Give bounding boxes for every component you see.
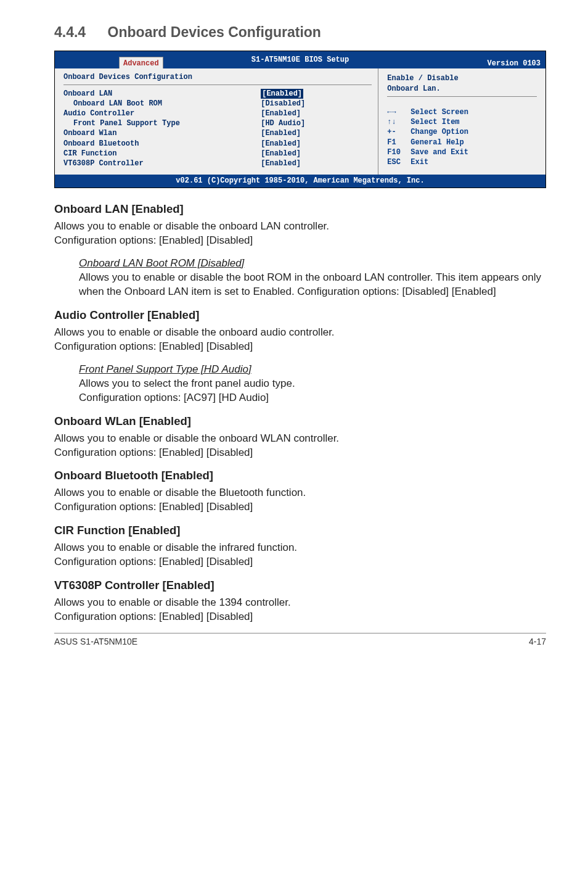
bios-tab-advanced[interactable]: Advanced bbox=[119, 57, 163, 68]
option-sub-body: Allows you to select the front panel aud… bbox=[79, 377, 546, 405]
option-heading: Onboard LAN [Enabled] bbox=[54, 202, 546, 217]
bios-nav-text: Exit bbox=[410, 157, 428, 167]
bios-config-label: Audio Controller bbox=[63, 109, 134, 118]
bios-config-label: Onboard Wlan bbox=[63, 129, 116, 138]
option-sub-title: Front Panel Support Type [HD Audio] bbox=[79, 363, 546, 377]
option-sub: Front Panel Support Type [HD Audio]Allow… bbox=[79, 363, 546, 405]
option-desc: Allows you to enable or disable the Blue… bbox=[54, 486, 546, 514]
bios-pane-title: Onboard Devices Configuration bbox=[63, 72, 372, 85]
bios-header: Advanced S1-AT5NM10E BIOS Setup Version … bbox=[55, 51, 545, 68]
section-title: Onboard Devices Configuration bbox=[108, 24, 321, 40]
bios-screenshot: Advanced S1-AT5NM10E BIOS Setup Version … bbox=[54, 51, 546, 188]
bios-nav-row: ←→Select Screen bbox=[387, 107, 537, 117]
bios-nav-key: ↑↓ bbox=[387, 117, 410, 127]
option-desc: Allows you to enable or disable the onbo… bbox=[54, 326, 546, 354]
bios-footer: v02.61 (C)Copyright 1985-2010, American … bbox=[55, 175, 545, 188]
section-heading: 4.4.4 Onboard Devices Configuration bbox=[54, 21, 546, 42]
bios-nav-key: ESC bbox=[387, 157, 410, 167]
bios-config-value: [Enabled] bbox=[261, 128, 301, 138]
bios-nav-key: +- bbox=[387, 127, 410, 137]
bios-config-row[interactable]: VT6308P Controller[Enabled] bbox=[63, 159, 372, 168]
bios-nav-keys: ←→Select Screen↑↓Select Item+-Change Opt… bbox=[387, 107, 537, 167]
option-heading: VT6308P Controller [Enabled] bbox=[54, 578, 546, 593]
bios-config-label: Onboard LAN bbox=[63, 89, 112, 98]
option-heading: CIR Function [Enabled] bbox=[54, 523, 546, 538]
bios-help-pane: Enable / Disable Onboard Lan. ←→Select S… bbox=[378, 68, 545, 175]
option-desc: Allows you to enable or disable the infr… bbox=[54, 541, 546, 569]
bios-config-row[interactable]: Onboard LAN Boot ROM[Disabled] bbox=[63, 99, 372, 109]
bios-nav-row: ↑↓Select Item bbox=[387, 117, 537, 127]
option-sub-title: Onboard LAN Boot ROM [Disabled] bbox=[79, 257, 546, 271]
bios-config-label: Onboard LAN Boot ROM bbox=[73, 99, 162, 108]
section-number: 4.4.4 bbox=[54, 24, 86, 40]
bios-config-value: [Enabled] bbox=[261, 159, 301, 168]
bios-config-label: CIR Function bbox=[63, 149, 116, 158]
page-footer: ASUS S1-AT5NM10E 4-17 bbox=[54, 633, 546, 648]
bios-config-label: Front Panel Support Type bbox=[73, 119, 180, 128]
bios-left-pane: Onboard Devices Configuration Onboard LA… bbox=[55, 68, 378, 175]
option-desc: Allows you to enable or disable the 1394… bbox=[54, 596, 546, 624]
bios-config-row[interactable]: Onboard Bluetooth[Enabled] bbox=[63, 139, 372, 149]
bios-nav-text: Select Screen bbox=[410, 107, 468, 117]
bios-nav-key: ←→ bbox=[387, 107, 410, 117]
footer-left: ASUS S1-AT5NM10E bbox=[54, 636, 137, 648]
bios-nav-text: Change Option bbox=[410, 127, 468, 137]
option-desc: Allows you to enable or disable the onbo… bbox=[54, 220, 546, 248]
option-sub-body: Allows you to enable or disable the boot… bbox=[79, 271, 546, 299]
bios-config-row[interactable]: Front Panel Support Type[HD Audio] bbox=[63, 118, 372, 128]
bios-nav-row: ESCExit bbox=[387, 157, 537, 167]
bios-config-label: Onboard Bluetooth bbox=[63, 139, 139, 148]
bios-nav-row: F1General Help bbox=[387, 138, 537, 147]
bios-nav-key: F10 bbox=[387, 147, 410, 157]
option-desc: Allows you to enable or disable the onbo… bbox=[54, 432, 546, 460]
option-heading: Onboard WLan [Enabled] bbox=[54, 414, 546, 429]
bios-config-value: [Disabled] bbox=[261, 99, 305, 109]
bios-nav-text: General Help bbox=[410, 138, 463, 147]
footer-page-number: 4-17 bbox=[529, 636, 546, 648]
bios-help-line: Enable / Disable bbox=[387, 73, 537, 83]
bios-config-value: [HD Audio] bbox=[261, 118, 305, 128]
option-heading: Onboard Bluetooth [Enabled] bbox=[54, 468, 546, 484]
bios-config-row[interactable]: Onboard LAN[Enabled] bbox=[63, 89, 372, 99]
option-heading: Audio Controller [Enabled] bbox=[54, 308, 546, 323]
option-sub: Onboard LAN Boot ROM [Disabled]Allows yo… bbox=[79, 257, 546, 299]
bios-nav-key: F1 bbox=[387, 138, 410, 147]
bios-nav-text: Select Item bbox=[410, 117, 459, 127]
bios-config-row[interactable]: Onboard Wlan[Enabled] bbox=[63, 128, 372, 138]
bios-nav-row: +-Change Option bbox=[387, 127, 537, 137]
bios-nav-row: F10Save and Exit bbox=[387, 147, 537, 157]
bios-config-row[interactable]: CIR Function[Enabled] bbox=[63, 149, 372, 159]
bios-config-value: [Enabled] bbox=[261, 139, 301, 149]
bios-config-row[interactable]: Audio Controller[Enabled] bbox=[63, 109, 372, 118]
bios-config-label: VT6308P Controller bbox=[63, 159, 144, 168]
bios-nav-text: Save and Exit bbox=[410, 147, 468, 157]
bios-config-value: [Enabled] bbox=[261, 149, 301, 159]
bios-config-value: [Enabled] bbox=[261, 89, 303, 99]
bios-config-value: [Enabled] bbox=[261, 109, 301, 118]
bios-help-line: Onboard Lan. bbox=[387, 84, 537, 94]
